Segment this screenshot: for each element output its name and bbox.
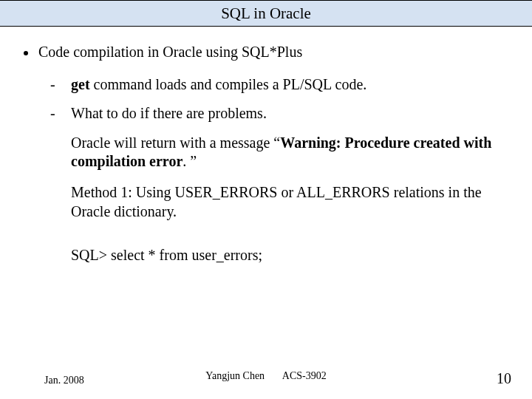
slide-title-bar: SQL in Oracle	[0, 0, 532, 27]
bullet-text: Code compilation in Oracle using SQL*Plu…	[38, 43, 510, 62]
paragraph-method1: Method 1: Using USER_ERRORS or ALL_ERROR…	[71, 183, 507, 221]
slide-content: Code compilation in Oracle using SQL*Plu…	[0, 27, 532, 265]
sub-text-1: get command loads and compiles a PL/SQL …	[71, 75, 510, 95]
para1-c: . ”	[183, 153, 197, 169]
footer-date: Jan. 2008	[44, 375, 84, 386]
bullet-item: Code compilation in Oracle using SQL*Plu…	[22, 43, 510, 62]
slide-footer: Jan. 2008 Yangjun Chen ACS-3902 10	[0, 370, 532, 387]
dash-icon: -	[50, 104, 71, 123]
get-keyword: get	[71, 76, 90, 92]
footer-center: Yangjun Chen ACS-3902	[205, 370, 327, 382]
footer-page-number: 10	[497, 370, 511, 387]
sub1-rest: command loads and compiles a PL/SQL code…	[90, 76, 367, 92]
sub-item-1: - get command loads and compiles a PL/SQ…	[50, 75, 510, 95]
sub-list: - get command loads and compiles a PL/SQ…	[50, 75, 510, 123]
sub-text-2: What to do if there are problems.	[71, 104, 510, 123]
bullet-icon	[24, 51, 28, 55]
slide-title: SQL in Oracle	[221, 4, 311, 22]
dash-icon: -	[50, 75, 71, 95]
para1-a: Oracle will return with a message “	[71, 134, 280, 151]
sub-item-2: - What to do if there are problems.	[50, 104, 510, 123]
sql-command: SQL> select * from user_errors;	[71, 246, 510, 265]
paragraph-warning: Oracle will return with a message “Warni…	[71, 134, 507, 171]
